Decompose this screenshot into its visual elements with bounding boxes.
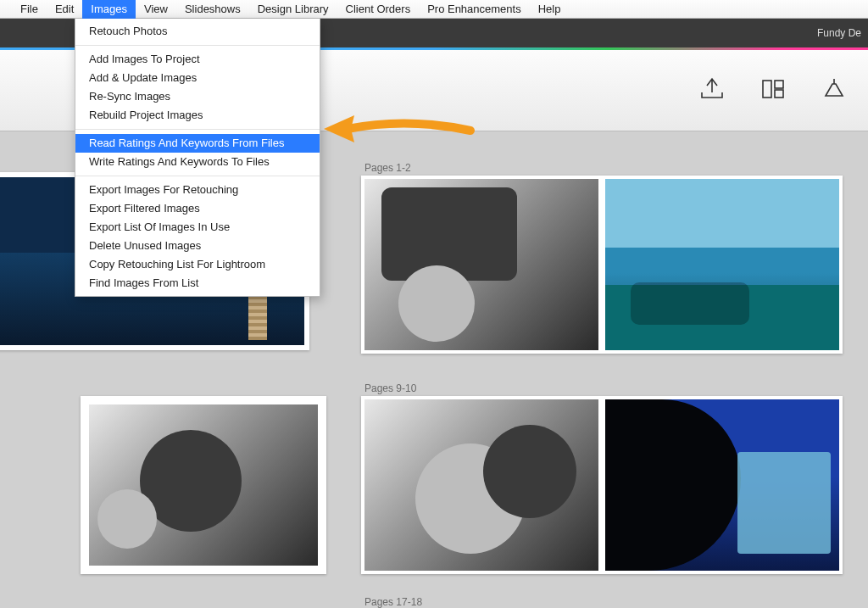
menu-help[interactable]: Help (530, 0, 570, 19)
menu-separator (75, 176, 320, 176)
spread-label: Pages 1-2 (364, 162, 411, 174)
layout-icon (760, 92, 787, 105)
spread-thumbnail[interactable] (361, 396, 843, 574)
images-dropdown: Retouch Photos Add Images To Project Add… (75, 19, 320, 297)
svg-rect-3 (775, 90, 783, 98)
mi-rebuild-project-images[interactable]: Rebuild Project Images (75, 106, 320, 125)
menu-pro-enhancements[interactable]: Pro Enhancements (419, 0, 530, 19)
export-icon (698, 92, 726, 105)
menu-images[interactable]: Images (82, 0, 136, 19)
titlebar-text: Fundy De (817, 27, 861, 39)
photo-placeholder (605, 179, 839, 350)
mi-add-update-images[interactable]: Add & Update Images (75, 69, 320, 87)
menu-separator (75, 129, 320, 130)
mi-export-retouching[interactable]: Export Images For Retouching (75, 181, 320, 199)
photo-placeholder (364, 179, 598, 350)
toolbar-layout-button[interactable] (743, 75, 804, 105)
spread-thumbnail[interactable] (81, 396, 326, 574)
menu-view[interactable]: View (136, 0, 176, 19)
photo-placeholder (605, 399, 839, 571)
menu-file[interactable]: File (12, 0, 47, 19)
menubar: File Edit Images View Slideshows Design … (0, 0, 868, 19)
menu-client-orders[interactable]: Client Orders (337, 0, 420, 19)
mi-write-ratings-keywords[interactable]: Write Ratings And Keywords To Files (75, 153, 320, 171)
mi-copy-retouching-lightroom[interactable]: Copy Retouching List For Lightroom (75, 255, 320, 274)
photo-placeholder (89, 404, 318, 566)
svg-rect-2 (775, 81, 783, 88)
menu-edit[interactable]: Edit (47, 0, 82, 19)
mi-export-filtered[interactable]: Export Filtered Images (75, 199, 320, 218)
mi-export-list-in-use[interactable]: Export List Of Images In Use (75, 218, 320, 237)
menu-separator (75, 45, 320, 46)
share-icon (821, 92, 848, 105)
spread-thumbnail[interactable] (361, 176, 843, 354)
mi-delete-unused[interactable]: Delete Unused Images (75, 237, 320, 255)
mi-resync-images[interactable]: Re-Sync Images (75, 87, 320, 106)
spread-label: Pages 9-10 (364, 382, 416, 394)
mi-add-images[interactable]: Add Images To Project (75, 50, 320, 69)
photo-placeholder (364, 399, 598, 571)
spread-label: Pages 17-18 (364, 596, 422, 608)
menu-slideshows[interactable]: Slideshows (176, 0, 249, 19)
svg-rect-1 (763, 81, 771, 98)
mi-find-images-from-list[interactable]: Find Images From List (75, 274, 320, 293)
menu-design-library[interactable]: Design Library (249, 0, 337, 19)
toolbar-share-button[interactable] (804, 75, 865, 105)
toolbar-export-button[interactable] (682, 75, 743, 105)
mi-retouch-photos[interactable]: Retouch Photos (75, 22, 320, 41)
mi-read-ratings-keywords[interactable]: Read Ratings And Keywords From Files (75, 134, 320, 153)
